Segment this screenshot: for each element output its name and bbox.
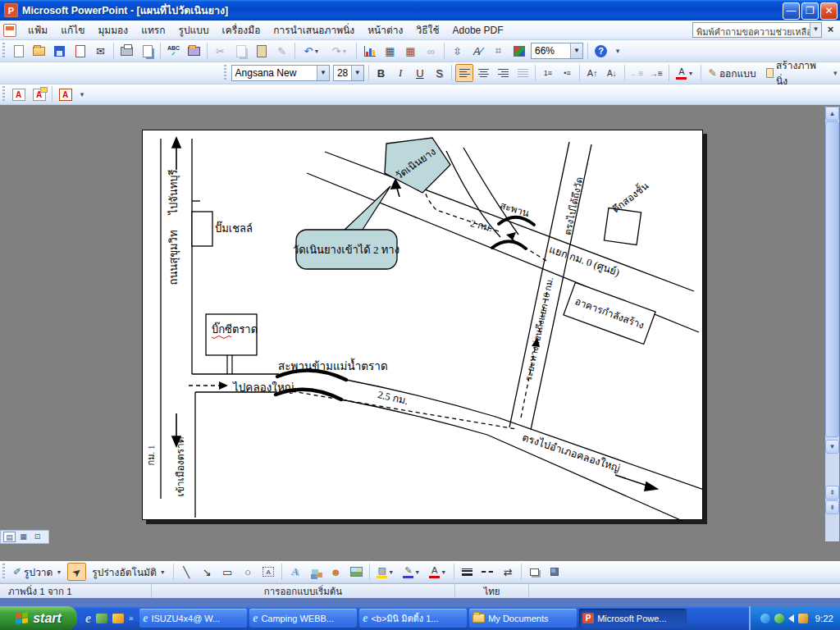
print-button[interactable] [117, 42, 136, 60]
internet-explorer-icon[interactable]: e [85, 611, 91, 626]
zoom-combo[interactable]: 66% ▼ [531, 43, 583, 59]
vertical-scrollbar[interactable]: ▲ ▼ ⇞ ⇟ [825, 107, 839, 541]
slide-canvas[interactable]: ไปจันทบุรี ถนนสุขุมวิท กม. 1 เข้าเมืองตร… [142, 130, 703, 520]
align-left-button[interactable] [455, 64, 473, 82]
3d-style-button[interactable] [546, 563, 564, 581]
taskbar-clock[interactable]: 9:22 [815, 614, 833, 623]
design-name[interactable]: การออกแบบเริ่มต้น [152, 584, 455, 598]
expand-all-button[interactable]: ⇳ [448, 42, 467, 60]
antivirus-icon[interactable] [774, 614, 784, 623]
label-to-chanthaburi[interactable]: ไปจันทบุรี [167, 169, 180, 215]
previous-slide-icon[interactable]: ⇞ [825, 486, 839, 500]
arrow-style-button[interactable]: ⇄ [499, 563, 518, 581]
toolbar-options-icon[interactable]: ▾ [613, 47, 623, 55]
label-2km[interactable]: 2 กม. [469, 217, 494, 234]
restore-button[interactable]: ❐ [801, 2, 819, 20]
design-button[interactable]: ✎ ออกแบบ [704, 63, 761, 84]
font-name-combo[interactable]: Angsana New ▼ [231, 65, 330, 81]
next-slide-icon[interactable]: ⇟ [825, 500, 839, 514]
insert-picture-button[interactable] [347, 563, 366, 581]
wordart-button[interactable]: A [285, 563, 304, 581]
show-formatting-button[interactable]: A⁄ [468, 42, 487, 60]
road-cross-left-edge[interactable] [509, 142, 569, 427]
email-button[interactable]: ✉ [91, 42, 110, 60]
two-storey-building-shape[interactable] [604, 208, 641, 244]
shadow-style-button[interactable] [525, 563, 544, 581]
diagram-button[interactable] [306, 563, 325, 581]
menu-edit[interactable]: แก้ไข [54, 20, 91, 40]
line-button[interactable]: ╲ [177, 563, 196, 581]
help-button[interactable]: ? [591, 42, 610, 60]
draw-menu-button[interactable]: ✐ รูปวาด ▼ [8, 562, 66, 582]
toolbar-options-icon[interactable]: ▾ [831, 69, 840, 77]
chevron-down-icon[interactable]: ▼ [351, 66, 363, 80]
ask-question-input[interactable]: พิมพ์คำถามขอความช่วยเหลือ ▼ [692, 22, 822, 38]
bold-button[interactable]: B [372, 64, 390, 82]
messenger-icon[interactable] [760, 614, 770, 623]
label-junction-km0[interactable]: แยก กม. 0 (ศูนย์) [547, 244, 621, 279]
label-trat-bridge[interactable]: สะพานข้ามแม่น้ำตราด [278, 358, 388, 372]
italic-button[interactable]: I [391, 64, 409, 82]
slide-sorter-view-button[interactable]: ▦ [17, 532, 30, 542]
callout-tail[interactable] [342, 186, 390, 232]
select-objects-button[interactable]: ➤ [67, 563, 86, 581]
hyperlink-button[interactable]: ∞ [422, 42, 441, 60]
volume-icon[interactable] [788, 614, 794, 623]
label-to-khlongyai[interactable]: ไปคลองใหญ่ [232, 381, 294, 394]
text-shadow-button[interactable]: S [431, 64, 449, 82]
shell-station-shape[interactable] [192, 212, 212, 246]
arrow-khlongyai[interactable] [615, 475, 650, 486]
scroll-down-icon[interactable]: ▼ [825, 440, 839, 454]
undo-button[interactable]: ↶▼ [299, 42, 325, 60]
arrow-button[interactable]: ↘ [198, 563, 217, 581]
oval-button[interactable]: ○ [239, 563, 258, 581]
start-button[interactable]: start [0, 606, 77, 630]
menu-slideshow[interactable]: การนำเสนอภาพนิ่ง [267, 20, 361, 40]
normal-view-button[interactable]: ▤ [3, 532, 16, 542]
convert-to-pdf-email-button[interactable]: A [30, 85, 48, 103]
font-color-button[interactable]: A▼ [426, 563, 450, 581]
menu-insert[interactable]: แทรก [135, 20, 171, 40]
line-style-button[interactable] [458, 563, 477, 581]
taskbar-button-camping[interactable]: e Camping WEBB... [249, 609, 357, 628]
align-center-button[interactable] [475, 64, 493, 82]
copy-button[interactable] [231, 42, 250, 60]
autoshapes-button[interactable]: รูปร่างอัตโนมัติ ▼ [87, 562, 170, 582]
minimize-button[interactable]: — [783, 2, 800, 20]
toolbar-grip[interactable] [2, 86, 5, 103]
taskbar-button-my-documents[interactable]: My Documents [469, 609, 577, 628]
distribute-button[interactable] [514, 64, 532, 82]
research-button[interactable] [185, 42, 203, 60]
redo-button[interactable]: ↷▼ [326, 42, 353, 60]
numbering-button[interactable]: 1≡ [539, 64, 557, 82]
bullets-button[interactable]: •≡ [559, 64, 577, 82]
spelling-button[interactable]: ABC✓ [164, 42, 183, 60]
fill-color-button[interactable]: ▨▼ [373, 563, 398, 581]
close-window-icon[interactable]: × [824, 24, 837, 36]
convert-to-pdf-review-button[interactable]: A [56, 85, 75, 103]
toolbar-options-icon[interactable]: ▾ [77, 90, 87, 98]
grid-button[interactable]: ⌗ [489, 42, 508, 60]
label-sukhumvit[interactable]: ถนนสุขุมวิท [167, 231, 180, 285]
convert-to-pdf-button[interactable]: A [9, 85, 28, 103]
taskbar-button-isuzu[interactable]: e ISUZU4x4@ W... [139, 609, 247, 628]
toolbar-grip[interactable] [2, 564, 5, 580]
label-shell[interactable]: ปั๊มเชลล์ [215, 221, 253, 235]
tables-borders-button[interactable]: ▦ [401, 42, 420, 60]
tray-icon[interactable] [798, 614, 808, 623]
increase-indent-button[interactable]: →≡ [647, 64, 665, 82]
label-2-5km[interactable]: 2.5 กม. [377, 389, 409, 407]
menu-adobe-pdf[interactable]: Adobe PDF [446, 22, 510, 39]
cut-button[interactable]: ✂ [211, 42, 230, 60]
menu-window[interactable]: หน้าต่าง [361, 20, 409, 40]
language-indicator[interactable]: ไทย [455, 584, 529, 598]
align-right-button[interactable] [495, 64, 513, 82]
new-button[interactable] [9, 42, 28, 60]
taskbar-button-powerpoint[interactable]: P Microsoft Powe... [579, 609, 687, 628]
taskbar-button-mini-meeting[interactable]: e <b>มินิ มิตติ้ง 1... [359, 609, 467, 628]
close-button[interactable]: ✕ [820, 2, 838, 20]
decrease-indent-button[interactable]: ←≡ [628, 64, 646, 82]
menu-help[interactable]: วิธีใช้ [409, 20, 445, 40]
menu-file[interactable]: แฟ้ม [21, 20, 54, 40]
print-preview-button[interactable] [138, 42, 157, 60]
